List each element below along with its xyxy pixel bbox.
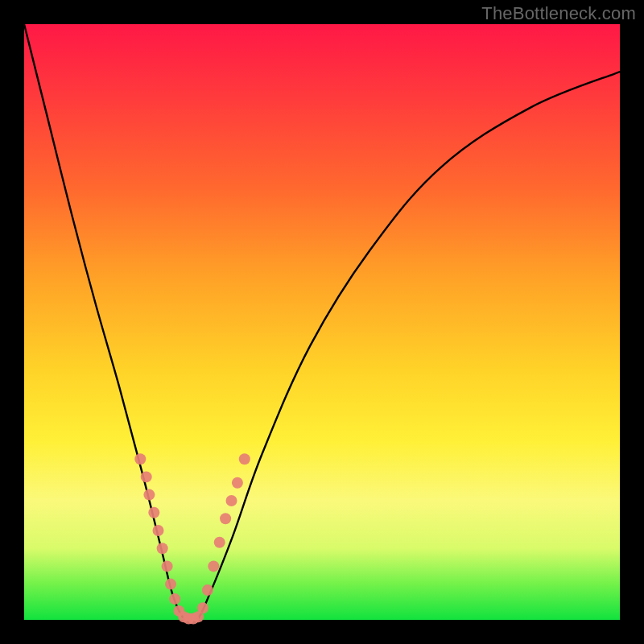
left-branch-dots-dot (169, 593, 180, 605)
chart-svg (24, 24, 620, 620)
watermark-text: TheBottleneck.com (481, 3, 636, 24)
chart-frame: TheBottleneck.com (0, 0, 644, 644)
right-branch-dots-dot (208, 560, 219, 572)
left-branch-dots-dot (153, 525, 164, 536)
left-branch-dots-dot (157, 543, 168, 554)
bottleneck-curve-path (24, 24, 620, 623)
marker-layer (134, 453, 250, 624)
right-branch-dots-dot (214, 537, 225, 548)
right-branch-dots-dot (239, 453, 250, 464)
plot-area (24, 24, 620, 620)
left-branch-dots-dot (148, 507, 159, 518)
left-branch-dots-dot (134, 453, 146, 464)
right-branch-dots-dot (197, 602, 208, 613)
left-branch-dots-dot (165, 579, 176, 590)
left-branch-dots-dot (141, 471, 152, 482)
right-branch-dots-dot (232, 477, 243, 489)
right-branch-dots-dot (220, 513, 231, 524)
left-branch-dots-dot (143, 489, 155, 501)
left-branch-dots-dot (162, 560, 173, 572)
right-branch-dots-dot (202, 584, 213, 596)
right-branch-dots-dot (226, 495, 237, 506)
